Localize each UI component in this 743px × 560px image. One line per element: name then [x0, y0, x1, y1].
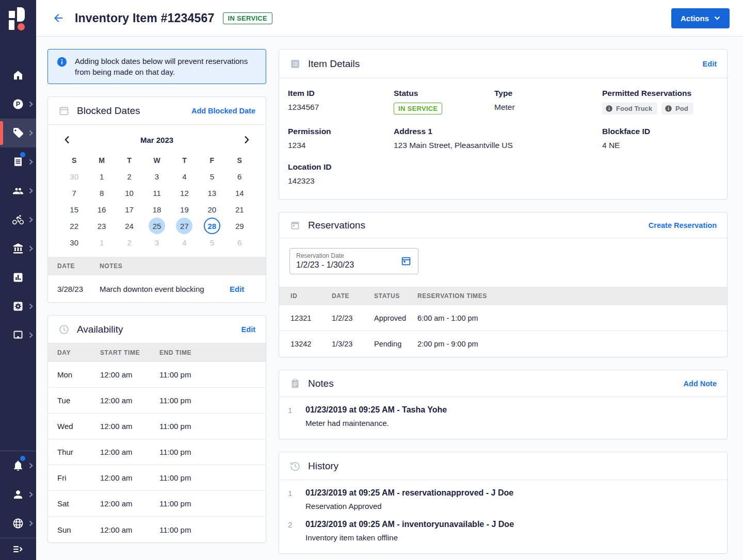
calendar-day[interactable]: 1 [93, 234, 110, 251]
calendar-day[interactable]: 6 [231, 168, 248, 185]
calendar-day[interactable]: 24 [121, 218, 138, 234]
calendar-day[interactable]: 16 [93, 201, 110, 218]
calendar-day-cell[interactable]: 19 [171, 201, 198, 218]
reservation-date-filter[interactable]: Reservation Date 1/2/23 - 1/30/23 [289, 248, 418, 274]
calendar-prev-button[interactable] [60, 133, 74, 146]
calendar-day[interactable]: 8 [93, 185, 110, 201]
calendar-day[interactable]: 17 [121, 201, 138, 218]
calendar-day[interactable]: 25 [149, 218, 165, 234]
calendar-day-cell[interactable]: 14 [226, 185, 253, 201]
calendar-day-cell[interactable]: 5 [198, 234, 225, 251]
actions-button[interactable]: Actions [671, 8, 730, 28]
calendar-day[interactable]: 20 [204, 201, 220, 218]
calendar-day[interactable]: 3 [149, 234, 165, 251]
calendar-day-cell[interactable]: 13 [198, 185, 225, 201]
calendar-day[interactable]: 13 [204, 185, 220, 201]
sidebar-item-bar-chart[interactable] [0, 263, 36, 292]
create-reservation-button[interactable]: Create Reservation [649, 221, 717, 229]
calendar-day[interactable]: 5 [204, 234, 220, 251]
sidebar-item-bank[interactable] [0, 234, 36, 263]
sidebar-item-parking[interactable]: P [0, 90, 36, 119]
calendar-day[interactable]: 3 [149, 168, 165, 185]
calendar-day[interactable]: 4 [176, 168, 192, 185]
sidebar-item-globe[interactable] [0, 509, 36, 538]
calendar-next-button[interactable] [240, 133, 253, 146]
calendar-day[interactable]: 2 [121, 234, 138, 251]
availability-edit-button[interactable]: Edit [241, 325, 255, 334]
calendar-day-cell[interactable]: 1 [88, 234, 115, 251]
calendar-day-cell[interactable]: 6 [226, 234, 253, 251]
calendar-day[interactable]: 5 [204, 168, 220, 185]
calendar-day[interactable]: 10 [121, 185, 138, 201]
calendar-day-cell[interactable]: 3 [143, 234, 170, 251]
calendar-day[interactable]: 2 [121, 168, 138, 185]
calendar-day-cell[interactable]: 11 [143, 185, 170, 201]
sidebar-item-monitor[interactable] [0, 321, 36, 350]
calendar-day-cell[interactable]: 18 [143, 201, 170, 218]
calendar-day[interactable]: 29 [231, 218, 248, 234]
calendar-day-cell[interactable]: 10 [116, 185, 143, 201]
calendar-day-cell[interactable]: 2 [116, 168, 143, 185]
calendar-day-cell[interactable]: 17 [116, 201, 143, 218]
calendar-day-cell[interactable]: 3 [143, 168, 170, 185]
calendar-day[interactable]: 22 [66, 218, 83, 234]
calendar-day-cell[interactable]: 30 [60, 234, 88, 251]
calendar-day-cell[interactable]: 25 [143, 218, 170, 234]
calendar-day-cell[interactable]: 24 [116, 218, 143, 234]
calendar-day-cell[interactable]: 30 [60, 168, 88, 185]
calendar-day-cell[interactable]: 4 [171, 168, 198, 185]
permitted-reservation-chip[interactable]: Pod [661, 103, 693, 114]
calendar-day[interactable]: 14 [231, 185, 248, 201]
calendar-day-cell[interactable]: 20 [198, 201, 225, 218]
sidebar-item-tag[interactable] [0, 119, 36, 147]
calendar-day-cell[interactable]: 6 [226, 168, 253, 185]
calendar-day-cell[interactable]: 2 [116, 234, 143, 251]
permitted-reservation-chip[interactable]: Food Truck [602, 103, 657, 114]
calendar-day-cell[interactable]: 28 [198, 218, 225, 234]
calendar-day[interactable]: 4 [176, 234, 192, 251]
calendar-day[interactable]: 11 [149, 185, 165, 201]
calendar-day-cell[interactable]: 23 [88, 218, 115, 234]
sidebar-item-settings[interactable] [0, 292, 36, 321]
sidebar-item-person[interactable] [0, 480, 36, 509]
calendar-day[interactable]: 28 [204, 218, 220, 234]
calendar-day-cell[interactable]: 7 [60, 185, 88, 201]
calendar-day[interactable]: 15 [66, 201, 83, 218]
calendar-day-cell[interactable]: 1 [88, 168, 115, 185]
sidebar-item-receipt[interactable] [0, 147, 36, 176]
calendar-day-cell[interactable]: 12 [171, 185, 198, 201]
reservation-row[interactable]: 123211/2/23Approved6:00 am - 1:00 pm [279, 305, 727, 331]
calendar-day-cell[interactable]: 29 [226, 218, 253, 234]
sidebar-item-bike[interactable] [0, 205, 36, 234]
calendar-day[interactable]: 1 [93, 168, 110, 185]
calendar-day-cell[interactable]: 21 [226, 201, 253, 218]
item-details-edit-button[interactable]: Edit [703, 60, 717, 68]
sidebar-item-bell[interactable] [0, 451, 36, 480]
reservation-row[interactable]: 132421/3/23Pending2:00 pm - 9:00 pm [279, 331, 727, 357]
calendar-day[interactable]: 21 [231, 201, 248, 218]
calendar-day[interactable]: 12 [176, 185, 192, 201]
calendar-day-cell[interactable]: 4 [171, 234, 198, 251]
sidebar-item-people[interactable] [0, 176, 36, 205]
app-logo[interactable] [0, 0, 36, 37]
calendar-day[interactable]: 7 [66, 185, 83, 201]
calendar-day[interactable]: 6 [231, 234, 248, 251]
blocked-date-edit-button[interactable]: Edit [230, 285, 266, 293]
calendar-day-cell[interactable]: 5 [198, 168, 225, 185]
sidebar-item-home[interactable] [0, 61, 36, 90]
calendar-day-cell[interactable]: 15 [60, 201, 88, 218]
calendar-day[interactable]: 27 [176, 218, 192, 234]
calendar-day[interactable]: 30 [66, 168, 83, 185]
calendar-day-cell[interactable]: 22 [60, 218, 88, 234]
calendar-day[interactable]: 19 [176, 201, 192, 218]
calendar-day[interactable]: 30 [66, 234, 83, 251]
sidebar-expand-button[interactable] [0, 538, 36, 560]
calendar-day[interactable]: 23 [93, 218, 110, 234]
calendar-day[interactable]: 18 [149, 201, 165, 218]
add-blocked-date-button[interactable]: Add Blocked Date [191, 107, 255, 115]
calendar-day-cell[interactable]: 16 [88, 201, 115, 218]
calendar-day-cell[interactable]: 8 [88, 185, 115, 201]
back-button[interactable] [52, 12, 64, 24]
add-note-button[interactable]: Add Note [684, 380, 717, 388]
calendar-day-cell[interactable]: 27 [171, 218, 198, 234]
